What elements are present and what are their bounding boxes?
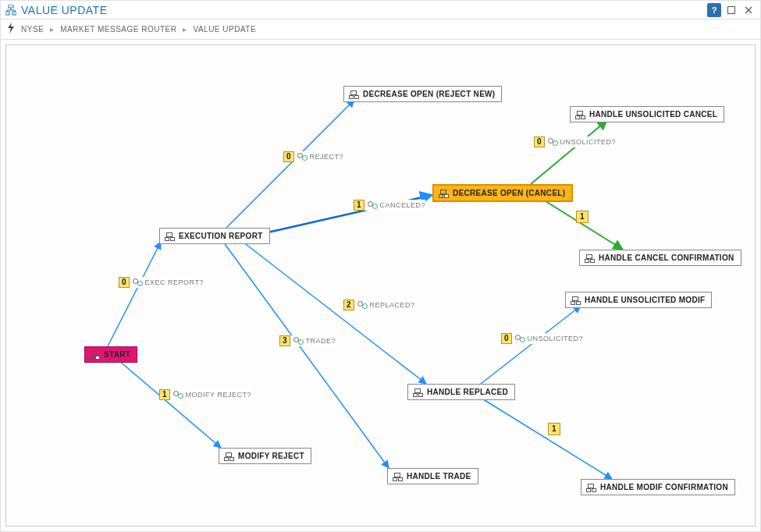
node-start[interactable]: START bbox=[84, 346, 137, 363]
edge-index: 0 bbox=[283, 151, 294, 162]
breadcrumb-item[interactable]: NYSE bbox=[21, 25, 44, 34]
node-icon bbox=[571, 296, 580, 304]
node-icon bbox=[349, 90, 358, 98]
node-icon bbox=[439, 190, 448, 197]
node-label: MODIFY REJECT bbox=[238, 452, 304, 460]
node-handle-unsolicited-cancel[interactable]: HANDLE UNSOLICITED CANCEL bbox=[570, 106, 724, 122]
edge-text: UNSOLICITED? bbox=[528, 335, 584, 342]
edge-text: CANCELED? bbox=[380, 201, 426, 209]
bolt-icon bbox=[7, 23, 15, 36]
edge-label-modif-conf[interactable]: 1 bbox=[548, 423, 560, 435]
edge-text: EXEC REPORT? bbox=[145, 278, 204, 286]
svg-line-13 bbox=[481, 398, 612, 479]
maximize-button[interactable] bbox=[724, 3, 738, 17]
close-button[interactable] bbox=[741, 3, 756, 17]
node-icon bbox=[165, 232, 174, 240]
node-label: HANDLE UNSOLICITED CANCEL bbox=[589, 110, 717, 119]
node-icon bbox=[586, 484, 596, 491]
node-handle-cancel-confirmation[interactable]: HANDLE CANCEL CONFIRMATION bbox=[579, 250, 741, 266]
node-label: HANDLE UNSOLICITED MODIF bbox=[585, 296, 705, 304]
svg-rect-2 bbox=[12, 12, 16, 15]
svg-rect-3 bbox=[728, 6, 735, 13]
svg-line-10 bbox=[531, 120, 607, 184]
edge-index: 1 bbox=[159, 389, 170, 400]
tree-icon bbox=[5, 5, 16, 16]
edge-label-exec-report[interactable]: 0 EXEC REPORT? bbox=[119, 277, 204, 288]
node-icon bbox=[224, 452, 233, 460]
node-icon bbox=[413, 388, 422, 396]
edge-text: TRADE? bbox=[306, 337, 336, 345]
edge-text: UNSOLICITED? bbox=[560, 138, 617, 146]
node-icon bbox=[393, 473, 402, 481]
help-button[interactable]: ? bbox=[707, 3, 721, 17]
node-handle-unsolicited-modif[interactable]: HANDLE UNSOLICITED MODIF bbox=[565, 292, 712, 308]
node-label: HANDLE TRADE bbox=[407, 472, 471, 481]
node-decrease-open-reject[interactable]: DECREASE OPEN (REJECT NEW) bbox=[343, 86, 502, 102]
svg-line-6 bbox=[226, 100, 354, 228]
node-label: DECREASE OPEN (CANCEL) bbox=[453, 189, 565, 197]
breadcrumb: NYSE ▸ MARKET MESSAGE ROUTER ▸ VALUE UPD… bbox=[1, 20, 760, 40]
edge-index: 0 bbox=[119, 277, 130, 288]
breadcrumb-item[interactable]: VALUE UPDATE bbox=[193, 25, 256, 34]
node-label: DECREASE OPEN (REJECT NEW) bbox=[363, 90, 495, 98]
node-icon bbox=[90, 351, 99, 359]
gear-icon bbox=[133, 278, 142, 286]
edge-index: 1 bbox=[354, 200, 364, 211]
svg-line-11 bbox=[543, 200, 623, 250]
edge-index: 3 bbox=[279, 335, 290, 346]
node-handle-replaced[interactable]: HANDLE REPLACED bbox=[407, 384, 515, 400]
node-label: START bbox=[104, 350, 130, 359]
node-label: HANDLE REPLACED bbox=[427, 388, 508, 396]
window-header: VALUE UPDATE ? bbox=[1, 1, 760, 20]
breadcrumb-item[interactable]: MARKET MESSAGE ROUTER bbox=[60, 25, 176, 34]
edge-label-canceled[interactable]: 1 CANCELED? bbox=[354, 200, 425, 211]
edge-text: MODIFY REJECT? bbox=[186, 391, 251, 399]
svg-line-5 bbox=[113, 356, 221, 448]
chevron-right-icon: ▸ bbox=[183, 25, 187, 34]
node-label: EXECUTION REPORT bbox=[179, 232, 263, 240]
svg-line-12 bbox=[481, 306, 581, 384]
edge-text: REJECT? bbox=[310, 153, 344, 161]
edge-index: 0 bbox=[534, 137, 545, 147]
node-label: HANDLE MODIF CONFIRMATION bbox=[600, 483, 728, 491]
gear-icon bbox=[548, 138, 557, 146]
edge-text: REPLACED? bbox=[370, 301, 415, 309]
node-decrease-open-cancel[interactable]: DECREASE OPEN (CANCEL) bbox=[432, 184, 573, 202]
node-handle-modif-confirmation[interactable]: HANDLE MODIF CONFIRMATION bbox=[581, 479, 735, 495]
svg-rect-1 bbox=[5, 12, 9, 15]
edge-label-cancel-conf[interactable]: 1 bbox=[576, 211, 589, 223]
svg-line-8 bbox=[243, 242, 426, 384]
edge-index: 1 bbox=[576, 211, 589, 223]
node-icon bbox=[585, 254, 594, 262]
gear-icon bbox=[368, 201, 377, 209]
edge-index: 1 bbox=[548, 423, 560, 435]
node-execution-report[interactable]: EXECUTION REPORT bbox=[159, 228, 270, 244]
edge-label-replaced[interactable]: 2 REPLACED? bbox=[343, 300, 415, 310]
window-title: VALUE UPDATE bbox=[21, 4, 108, 16]
node-label: HANDLE CANCEL CONFIRMATION bbox=[599, 254, 734, 262]
edge-label-trade[interactable]: 3 TRADE? bbox=[279, 335, 336, 346]
edge-index: 2 bbox=[343, 300, 354, 310]
edge-label-reject[interactable]: 0 REJECT? bbox=[283, 151, 343, 162]
edge-label-modify-reject[interactable]: 1 MODIFY REJECT? bbox=[159, 389, 251, 400]
node-handle-trade[interactable]: HANDLE TRADE bbox=[387, 468, 478, 484]
edge-index: 0 bbox=[501, 333, 512, 344]
gear-icon bbox=[173, 391, 183, 399]
svg-line-4 bbox=[108, 242, 161, 346]
diagram-canvas[interactable]: START EXECUTION REPORT DECREASE OPEN (RE… bbox=[5, 44, 756, 527]
gear-icon bbox=[297, 153, 307, 161]
svg-rect-0 bbox=[9, 5, 13, 8]
edge-label-unsolicited-cancel[interactable]: 0 UNSOLICITED? bbox=[534, 137, 616, 147]
svg-line-9 bbox=[223, 242, 389, 468]
node-modify-reject[interactable]: MODIFY REJECT bbox=[219, 448, 311, 464]
gear-icon bbox=[293, 337, 303, 345]
chevron-right-icon: ▸ bbox=[50, 25, 54, 34]
gear-icon bbox=[515, 335, 525, 342]
node-icon bbox=[575, 111, 585, 119]
gear-icon bbox=[357, 301, 367, 309]
edge-label-unsolicited-modif[interactable]: 0 UNSOLICITED? bbox=[501, 333, 583, 344]
